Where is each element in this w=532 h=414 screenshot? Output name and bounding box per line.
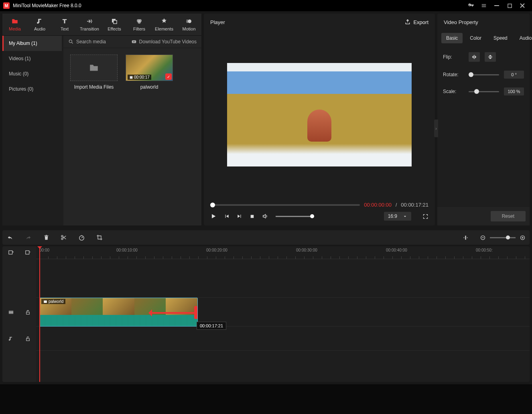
export-button[interactable]: Export: [404, 19, 428, 25]
svg-rect-0: [494, 5, 499, 6]
add-track-button[interactable]: [8, 250, 14, 256]
effects-icon: [111, 18, 118, 25]
media-nav-my-album[interactable]: My Album (1): [2, 36, 62, 51]
zoom-slider[interactable]: [490, 237, 516, 238]
audio-track[interactable]: [36, 327, 530, 351]
video-track[interactable]: palworld 00:00:17:21: [36, 298, 530, 327]
tab-text[interactable]: Text: [52, 14, 77, 35]
elements-icon: [160, 18, 168, 25]
clip-name-label: palworld: [140, 84, 158, 90]
menu-icon[interactable]: [477, 0, 490, 11]
svg-rect-13: [488, 57, 493, 57]
volume-button[interactable]: [262, 213, 268, 219]
aspect-value: 16:9: [388, 213, 397, 219]
minimize-button[interactable]: [490, 0, 503, 11]
premium-key-icon[interactable]: [465, 0, 477, 11]
timeline-ruler[interactable]: 00:00 00:00:10:00 00:00:20:00 00:00:30:0…: [36, 246, 530, 259]
clip-added-check-icon: ✓: [165, 73, 172, 80]
svg-point-6: [138, 21, 141, 24]
tab-elements[interactable]: Elements: [152, 14, 177, 35]
lock-video-track-button[interactable]: [25, 309, 30, 315]
total-time: 00:00:17:21: [401, 202, 428, 208]
export-icon: [404, 19, 411, 25]
crop-button[interactable]: [96, 234, 103, 241]
video-property-panel: › Video Property Basic Color Speed Audio…: [437, 14, 530, 225]
prop-tab-color[interactable]: Color: [465, 33, 486, 43]
flip-vertical-button[interactable]: [485, 52, 496, 62]
tab-audio[interactable]: Audio: [27, 14, 52, 35]
reset-button[interactable]: Reset: [491, 211, 526, 221]
media-nav-videos[interactable]: Videos (1): [2, 51, 62, 66]
app-title: MiniTool MovieMaker Free 8.0.0: [13, 3, 465, 8]
audio-track-head: [2, 327, 36, 351]
tab-motion[interactable]: Motion: [177, 14, 201, 35]
download-youtube-button[interactable]: Download YouTube Videos: [131, 39, 197, 45]
media-panel: Media Audio Text Transition: [2, 14, 201, 225]
search-input[interactable]: Search media: [68, 39, 128, 45]
tab-media[interactable]: Media: [2, 14, 27, 35]
prop-tab-basic[interactable]: Basic: [441, 33, 463, 43]
app-logo-icon: M: [3, 2, 10, 9]
tab-effects[interactable]: Effects: [102, 14, 127, 35]
svg-rect-22: [9, 310, 13, 314]
play-button[interactable]: [210, 213, 217, 219]
tab-label: Text: [61, 26, 69, 31]
redo-button[interactable]: [25, 234, 32, 241]
media-nav-pictures[interactable]: Pictures (0): [2, 81, 62, 97]
close-button[interactable]: [516, 0, 529, 11]
overlay-track[interactable]: [36, 259, 530, 298]
lock-audio-track-button[interactable]: [25, 336, 30, 342]
svg-rect-12: [474, 55, 474, 59]
remove-track-button[interactable]: [25, 250, 31, 256]
prop-tab-audio[interactable]: Audio: [515, 33, 532, 43]
timeline-fit-button[interactable]: [463, 235, 469, 241]
import-media-button[interactable]: Import Media Files: [70, 55, 118, 90]
tab-label: Transition: [80, 26, 99, 31]
zoom-out-button[interactable]: [480, 235, 486, 241]
download-icon: [131, 39, 137, 45]
volume-slider[interactable]: [276, 216, 314, 217]
export-label: Export: [413, 19, 428, 25]
flip-horizontal-button[interactable]: [469, 52, 480, 62]
svg-point-8: [69, 40, 72, 43]
svg-rect-25: [44, 300, 47, 303]
speed-button[interactable]: [78, 234, 85, 241]
prop-tab-speed[interactable]: Speed: [489, 33, 512, 43]
zoom-in-button[interactable]: [520, 235, 526, 241]
tab-filters[interactable]: Filters: [127, 14, 152, 35]
split-button[interactable]: [61, 234, 67, 241]
trim-direction-arrow-icon: [149, 312, 196, 314]
collapse-panel-button[interactable]: ›: [434, 120, 438, 137]
next-frame-button[interactable]: [237, 213, 242, 219]
tab-transition[interactable]: Transition: [77, 14, 102, 35]
media-nav-music[interactable]: Music (0): [2, 66, 62, 81]
trim-time-tooltip: 00:00:17:21: [197, 322, 226, 330]
timeline-tracks[interactable]: 00:00 00:00:10:00 00:00:20:00 00:00:30:0…: [36, 246, 530, 382]
current-time: 00:00:00:00: [364, 202, 392, 208]
video-track-icon: [8, 309, 14, 315]
delete-button[interactable]: [43, 234, 49, 241]
playhead[interactable]: [39, 246, 40, 382]
svg-rect-3: [114, 20, 117, 24]
rotate-value[interactable]: 0 °: [504, 71, 524, 79]
stop-button[interactable]: [250, 214, 255, 219]
seek-bar[interactable]: [210, 204, 360, 206]
music-icon: [36, 18, 43, 25]
scale-slider[interactable]: [469, 91, 499, 92]
svg-rect-23: [26, 312, 30, 314]
undo-button[interactable]: [6, 234, 14, 241]
tab-label: Elements: [155, 26, 173, 31]
tab-label: Motion: [182, 26, 195, 31]
video-preview[interactable]: [204, 30, 435, 199]
maximize-button[interactable]: [503, 0, 516, 11]
media-clip-thumbnail[interactable]: 00:00:17 ✓ palworld: [125, 55, 173, 90]
aspect-ratio-select[interactable]: 16:9: [384, 212, 411, 221]
rotate-slider[interactable]: [469, 74, 499, 75]
clip-label: palworld: [41, 299, 65, 304]
tab-label: Audio: [34, 26, 45, 31]
fullscreen-button[interactable]: [422, 213, 428, 219]
transition-icon: [86, 18, 93, 25]
title-bar: M MiniTool MovieMaker Free 8.0.0: [0, 0, 532, 11]
prev-frame-button[interactable]: [224, 213, 229, 219]
scale-value[interactable]: 100 %: [504, 87, 524, 95]
